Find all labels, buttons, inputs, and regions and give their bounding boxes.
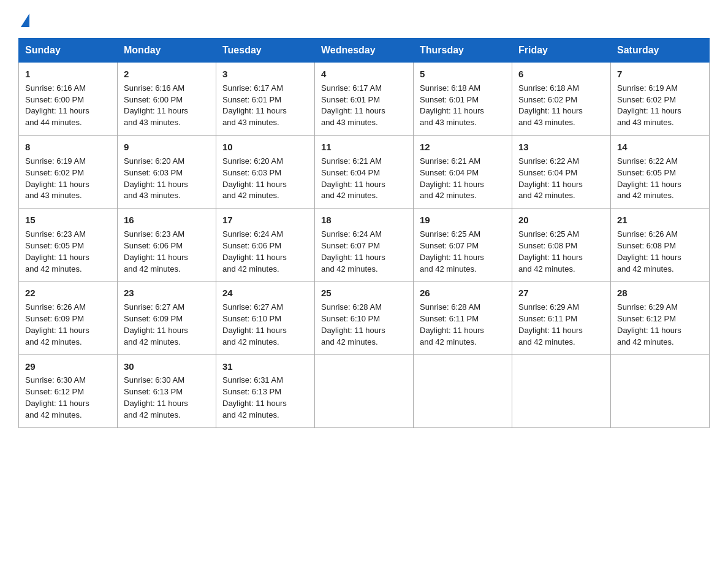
header-thursday: Thursday [414, 39, 512, 63]
day-number: 29 [25, 360, 111, 373]
day-number: 18 [321, 213, 407, 227]
header-monday: Monday [118, 39, 216, 63]
day-number: 26 [420, 286, 506, 300]
calendar-cell: 14Sunrise: 6:22 AMSunset: 6:05 PMDayligh… [611, 136, 710, 209]
day-number: 25 [321, 286, 407, 300]
calendar-cell: 2Sunrise: 6:16 AMSunset: 6:00 PMDaylight… [118, 63, 216, 136]
calendar-cell: 12Sunrise: 6:21 AMSunset: 6:04 PMDayligh… [414, 136, 512, 209]
day-number: 31 [222, 360, 308, 373]
calendar-cell: 17Sunrise: 6:24 AMSunset: 6:06 PMDayligh… [216, 209, 315, 282]
day-info: Sunrise: 6:25 AMSunset: 6:07 PMDaylight:… [420, 229, 484, 274]
day-info: Sunrise: 6:30 AMSunset: 6:12 PMDaylight:… [25, 375, 89, 419]
day-number: 10 [222, 140, 308, 154]
day-info: Sunrise: 6:22 AMSunset: 6:04 PMDaylight:… [518, 156, 583, 201]
header-saturday: Saturday [611, 39, 710, 63]
day-info: Sunrise: 6:28 AMSunset: 6:11 PMDaylight:… [420, 302, 484, 347]
calendar-cell: 1Sunrise: 6:16 AMSunset: 6:00 PMDaylight… [19, 63, 118, 136]
calendar-cell: 21Sunrise: 6:26 AMSunset: 6:08 PMDayligh… [611, 209, 710, 282]
day-info: Sunrise: 6:24 AMSunset: 6:07 PMDaylight:… [321, 229, 385, 274]
day-info: Sunrise: 6:17 AMSunset: 6:01 PMDaylight:… [321, 83, 385, 128]
day-info: Sunrise: 6:16 AMSunset: 6:00 PMDaylight:… [25, 83, 89, 128]
day-number: 24 [222, 286, 308, 300]
header-tuesday: Tuesday [216, 39, 315, 63]
calendar-cell: 13Sunrise: 6:22 AMSunset: 6:04 PMDayligh… [512, 136, 611, 209]
day-number: 4 [321, 67, 407, 81]
calendar-cell: 24Sunrise: 6:27 AMSunset: 6:10 PMDayligh… [216, 282, 315, 354]
calendar-cell: 10Sunrise: 6:20 AMSunset: 6:03 PMDayligh… [216, 136, 315, 209]
day-number: 9 [124, 140, 210, 154]
day-info: Sunrise: 6:29 AMSunset: 6:12 PMDaylight:… [617, 302, 681, 347]
day-info: Sunrise: 6:29 AMSunset: 6:11 PMDaylight:… [518, 302, 583, 347]
calendar-cell [414, 354, 512, 427]
day-number: 22 [25, 286, 111, 300]
calendar-cell: 16Sunrise: 6:23 AMSunset: 6:06 PMDayligh… [118, 209, 216, 282]
calendar-week-row: 15Sunrise: 6:23 AMSunset: 6:05 PMDayligh… [19, 209, 710, 282]
calendar-cell: 31Sunrise: 6:31 AMSunset: 6:13 PMDayligh… [216, 354, 315, 427]
calendar-cell: 11Sunrise: 6:21 AMSunset: 6:04 PMDayligh… [315, 136, 414, 209]
calendar-cell: 3Sunrise: 6:17 AMSunset: 6:01 PMDaylight… [216, 63, 315, 136]
header-friday: Friday [512, 39, 611, 63]
day-number: 12 [420, 140, 506, 154]
day-info: Sunrise: 6:23 AMSunset: 6:05 PMDaylight:… [25, 229, 89, 274]
day-info: Sunrise: 6:25 AMSunset: 6:08 PMDaylight:… [518, 229, 583, 274]
day-info: Sunrise: 6:19 AMSunset: 6:02 PMDaylight:… [25, 156, 89, 201]
day-info: Sunrise: 6:26 AMSunset: 6:09 PMDaylight:… [25, 302, 89, 347]
day-number: 5 [420, 67, 506, 81]
day-info: Sunrise: 6:17 AMSunset: 6:01 PMDaylight:… [222, 83, 287, 128]
calendar-week-row: 29Sunrise: 6:30 AMSunset: 6:12 PMDayligh… [19, 354, 710, 427]
day-info: Sunrise: 6:19 AMSunset: 6:02 PMDaylight:… [617, 83, 681, 128]
day-number: 11 [321, 140, 407, 154]
day-number: 3 [222, 67, 308, 81]
day-number: 27 [518, 286, 604, 300]
calendar-cell [512, 354, 611, 427]
day-number: 14 [617, 140, 703, 154]
calendar-cell: 9Sunrise: 6:20 AMSunset: 6:03 PMDaylight… [118, 136, 216, 209]
calendar-cell: 27Sunrise: 6:29 AMSunset: 6:11 PMDayligh… [512, 282, 611, 354]
day-info: Sunrise: 6:27 AMSunset: 6:09 PMDaylight:… [124, 302, 188, 347]
day-info: Sunrise: 6:18 AMSunset: 6:02 PMDaylight:… [518, 83, 583, 128]
calendar-cell: 7Sunrise: 6:19 AMSunset: 6:02 PMDaylight… [611, 63, 710, 136]
day-number: 21 [617, 213, 703, 227]
day-info: Sunrise: 6:20 AMSunset: 6:03 PMDaylight:… [222, 156, 287, 201]
logo [18, 12, 31, 27]
page-header [18, 12, 710, 27]
day-number: 30 [124, 360, 210, 373]
day-number: 28 [617, 286, 703, 300]
day-number: 16 [124, 213, 210, 227]
calendar-cell: 29Sunrise: 6:30 AMSunset: 6:12 PMDayligh… [19, 354, 118, 427]
day-info: Sunrise: 6:18 AMSunset: 6:01 PMDaylight:… [420, 83, 484, 128]
day-number: 8 [25, 140, 111, 154]
day-info: Sunrise: 6:27 AMSunset: 6:10 PMDaylight:… [222, 302, 287, 347]
day-info: Sunrise: 6:24 AMSunset: 6:06 PMDaylight:… [222, 229, 287, 274]
calendar-week-row: 8Sunrise: 6:19 AMSunset: 6:02 PMDaylight… [19, 136, 710, 209]
day-info: Sunrise: 6:20 AMSunset: 6:03 PMDaylight:… [124, 156, 188, 201]
day-info: Sunrise: 6:26 AMSunset: 6:08 PMDaylight:… [617, 229, 681, 274]
calendar-cell [611, 354, 710, 427]
calendar-cell: 19Sunrise: 6:25 AMSunset: 6:07 PMDayligh… [414, 209, 512, 282]
day-number: 13 [518, 140, 604, 154]
day-number: 20 [518, 213, 604, 227]
day-info: Sunrise: 6:23 AMSunset: 6:06 PMDaylight:… [124, 229, 188, 274]
header-wednesday: Wednesday [315, 39, 414, 63]
calendar-body: 1Sunrise: 6:16 AMSunset: 6:00 PMDaylight… [19, 63, 710, 428]
calendar-cell: 20Sunrise: 6:25 AMSunset: 6:08 PMDayligh… [512, 209, 611, 282]
calendar-cell: 18Sunrise: 6:24 AMSunset: 6:07 PMDayligh… [315, 209, 414, 282]
calendar-cell: 22Sunrise: 6:26 AMSunset: 6:09 PMDayligh… [19, 282, 118, 354]
day-number: 15 [25, 213, 111, 227]
day-info: Sunrise: 6:21 AMSunset: 6:04 PMDaylight:… [420, 156, 484, 201]
day-info: Sunrise: 6:21 AMSunset: 6:04 PMDaylight:… [321, 156, 385, 201]
calendar-cell: 8Sunrise: 6:19 AMSunset: 6:02 PMDaylight… [19, 136, 118, 209]
logo-triangle-icon [21, 13, 29, 27]
day-number: 1 [25, 67, 111, 81]
calendar-week-row: 22Sunrise: 6:26 AMSunset: 6:09 PMDayligh… [19, 282, 710, 354]
calendar-cell: 25Sunrise: 6:28 AMSunset: 6:10 PMDayligh… [315, 282, 414, 354]
day-info: Sunrise: 6:30 AMSunset: 6:13 PMDaylight:… [124, 375, 188, 419]
header-row: Sunday Monday Tuesday Wednesday Thursday… [19, 39, 710, 63]
day-number: 2 [124, 67, 210, 81]
calendar-cell: 26Sunrise: 6:28 AMSunset: 6:11 PMDayligh… [414, 282, 512, 354]
calendar-cell: 4Sunrise: 6:17 AMSunset: 6:01 PMDaylight… [315, 63, 414, 136]
calendar-cell [315, 354, 414, 427]
day-info: Sunrise: 6:28 AMSunset: 6:10 PMDaylight:… [321, 302, 385, 347]
day-number: 7 [617, 67, 703, 81]
day-info: Sunrise: 6:16 AMSunset: 6:00 PMDaylight:… [124, 83, 188, 128]
